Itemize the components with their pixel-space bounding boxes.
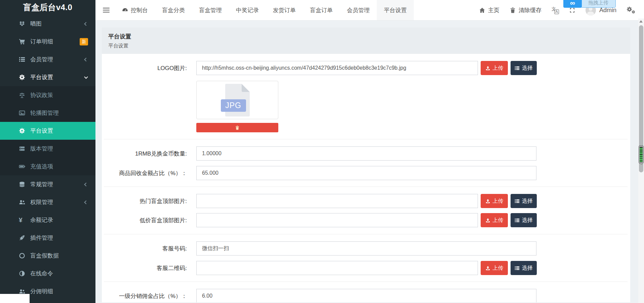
app-title: 盲盒后台v4.0 <box>0 0 95 15</box>
sidebar-item-version-mgmt[interactable]: 版本管理 <box>0 140 95 158</box>
dropbox-icon <box>19 21 28 27</box>
logo-preview: JPG <box>196 81 630 119</box>
low-top-input[interactable] <box>196 213 478 227</box>
battery-icon <box>19 163 28 170</box>
sidebar-item-carousel-mgmt[interactable]: 轮播图管理 <box>0 104 95 122</box>
sidebar-item-plugin-mgmt[interactable]: 插件管理 <box>0 229 95 247</box>
hot-top-input[interactable] <box>196 194 478 208</box>
fullscreen-icon[interactable] <box>569 7 575 13</box>
upload-icon <box>485 199 490 204</box>
recycle-input[interactable] <box>196 166 536 180</box>
list-icon <box>515 218 520 223</box>
section-divider <box>104 139 628 139</box>
low-top-choose-button[interactable]: 选择 <box>511 213 537 227</box>
rmb-input[interactable] <box>196 146 536 161</box>
yen-icon: ¥ <box>19 217 28 223</box>
sidebar-item-balance-records[interactable]: ¥ 余额记录 <box>0 211 95 229</box>
sidebar-item-agreement-policy[interactable]: 协议政策 <box>0 86 95 104</box>
service-no-label: 客服号码: <box>102 245 187 252</box>
hot-top-upload-button[interactable]: 上传 <box>481 194 508 208</box>
chevron-left-icon <box>84 182 88 186</box>
tab-platform-settings[interactable]: 平台设置 <box>377 0 414 20</box>
tab-member-mgmt[interactable]: 会员管理 <box>340 0 377 20</box>
chevron-left-icon <box>84 22 88 26</box>
content-area: 平台设置 平台设置 LOGO图片: 上传 选择 <box>95 21 644 303</box>
list-icon <box>515 266 520 271</box>
drag-upload-popover: ∞ 拖拽上传 <box>563 0 616 8</box>
tab-console[interactable]: 控制台 <box>115 0 155 20</box>
form-row-rmb: 1RMB兑换金币数量: <box>102 146 630 161</box>
service-qr-input[interactable] <box>196 261 478 275</box>
chevron-left-icon <box>84 58 88 61</box>
logo-url-input[interactable] <box>196 61 478 75</box>
tab-blindbox-mgmt[interactable]: 盲盒管理 <box>192 0 229 20</box>
sidebar-item-order-detail[interactable]: 订单明细 新 <box>0 33 95 50</box>
users-icon <box>19 199 28 205</box>
sidebar-item-general-mgmt[interactable]: 常规管理 <box>0 175 95 193</box>
drag-upload-button[interactable]: 拖拽上传 <box>581 0 616 8</box>
scale-icon <box>19 92 28 98</box>
clear-cache-link[interactable]: 清除缓存 <box>510 6 541 14</box>
sidebar-item-recharge-options[interactable]: 充值选项 <box>0 158 95 175</box>
hot-top-choose-button[interactable]: 选择 <box>511 194 537 208</box>
section-divider <box>104 281 628 282</box>
scroll-up-arrow-icon[interactable] <box>639 20 643 23</box>
list-icon <box>515 199 520 204</box>
sidebar-item-online-command[interactable]: 在线命令 <box>0 265 95 282</box>
form-row-commission1: 一级分销佣金占比（%）： <box>102 289 630 302</box>
logo-delete-row <box>196 123 630 132</box>
low-top-label: 低价盲盒顶部图片: <box>102 216 187 224</box>
service-qr-choose-button[interactable]: 选择 <box>511 261 537 275</box>
service-no-input[interactable] <box>196 241 536 256</box>
logo-delete-button[interactable] <box>196 123 278 132</box>
low-top-upload-button[interactable]: 上传 <box>481 213 508 227</box>
sidebar-item-permission-mgmt[interactable]: 权限管理 <box>0 193 95 211</box>
page-title: 平台设置 <box>108 33 624 40</box>
nav-tabs: 控制台 盲盒分类 盲盒管理 中奖记录 发货订单 盲盒订单 会员管理 平台设置 <box>115 0 414 20</box>
rmb-label: 1RMB兑换金币数量: <box>102 150 187 158</box>
new-badge: 新 <box>80 38 88 45</box>
settings-gears-icon[interactable] <box>627 6 635 14</box>
service-qr-label: 客服二维码: <box>102 264 187 272</box>
logo-thumbnail[interactable]: JPG <box>196 81 278 119</box>
sidebar-submenu: 协议政策 轮播图管理 平台设置 版本管理 充值选项 <box>0 86 95 175</box>
rocket-icon <box>19 235 28 241</box>
bottom-left-popup <box>0 294 30 303</box>
sidebar-item-shaitu[interactable]: 晒图 <box>0 15 95 33</box>
logo-label: LOGO图片: <box>102 64 187 72</box>
section-divider <box>104 187 628 187</box>
tab-blindbox-category[interactable]: 盲盒分类 <box>155 0 192 20</box>
upload-icon <box>485 266 490 271</box>
tab-blindbox-orders[interactable]: 盲盒订单 <box>303 0 340 20</box>
service-qr-upload-button[interactable]: 上传 <box>481 261 508 275</box>
settings-form: LOGO图片: 上传 选择 JPG <box>102 54 630 302</box>
settings-panel: 平台设置 平台设置 LOGO图片: 上传 选择 <box>102 28 630 303</box>
hot-top-label: 热门盲盒顶部图片: <box>102 197 187 205</box>
sidebar-item-platform-settings[interactable]: 平台设置 <box>0 122 95 140</box>
sidebar-item-blindbox-fakedata[interactable]: 盲盒假数据 <box>0 247 95 265</box>
upload-icon <box>485 218 490 223</box>
page-scrollbar[interactable] <box>638 19 644 303</box>
section-divider <box>104 234 628 234</box>
form-row-service-no: 客服号码: <box>102 241 630 256</box>
hamburger-menu-icon[interactable] <box>103 6 110 14</box>
home-icon <box>479 7 485 13</box>
tab-winning-records[interactable]: 中奖记录 <box>229 0 266 20</box>
commission1-input[interactable] <box>196 289 536 302</box>
recycle-label: 商品回收金额占比（%）： <box>102 169 187 177</box>
infinity-upload-button[interactable]: ∞ <box>563 0 582 8</box>
tab-shipping-orders[interactable]: 发货订单 <box>266 0 303 20</box>
scroll-indicator-widget <box>639 145 644 164</box>
logo-choose-button[interactable]: 选择 <box>511 61 537 75</box>
sidebar-item-member-mgmt[interactable]: 会员管理 <box>0 50 95 68</box>
home-link[interactable]: 主页 <box>479 6 499 14</box>
sidebar-item-platform-settings-parent[interactable]: 平台设置 <box>0 68 95 86</box>
gear-icon <box>19 128 28 134</box>
logo-upload-button[interactable]: 上传 <box>481 61 508 75</box>
jpg-file-icon: JPG <box>225 84 250 116</box>
trash-icon <box>510 7 516 13</box>
chevron-down-icon <box>84 75 88 78</box>
layers-icon <box>19 145 28 152</box>
form-row-logo: LOGO图片: 上传 选择 <box>102 61 630 75</box>
translate-icon[interactable]: 文A <box>552 7 559 13</box>
